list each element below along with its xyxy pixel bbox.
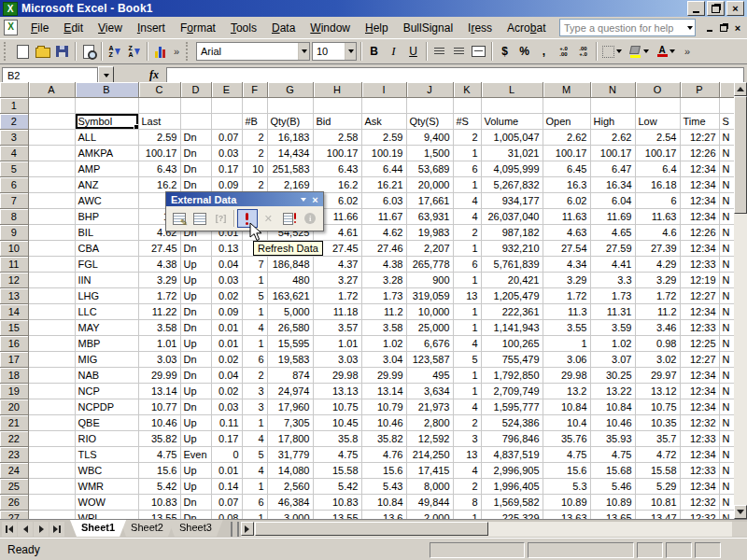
cell-N17[interactable]: 3.07 (590, 352, 635, 368)
cell-F22[interactable]: 4 (242, 431, 267, 447)
column-header-E[interactable]: E (211, 82, 242, 98)
cell-O4[interactable]: 100.17 (635, 146, 680, 161)
cell-E27[interactable]: 0.08 (211, 511, 242, 520)
cell-J16[interactable]: 6,676 (406, 336, 453, 352)
formatting-options-chevron[interactable]: » (681, 42, 694, 62)
horizontal-scroll-thumb[interactable] (255, 522, 488, 536)
cell-D3[interactable]: Dn (180, 130, 211, 146)
cell-B21[interactable]: QBE (75, 415, 138, 431)
italic-button[interactable]: I (384, 42, 403, 62)
cell-A23[interactable] (28, 447, 75, 463)
percent-button[interactable]: % (514, 42, 534, 62)
column-header-H[interactable]: H (313, 82, 361, 98)
scroll-right-button[interactable] (241, 522, 254, 536)
cell-A16[interactable] (28, 336, 75, 352)
column-header-G[interactable]: G (267, 82, 313, 98)
cell-J11[interactable]: 265,778 (406, 257, 453, 273)
cell-Q3[interactable]: N (719, 130, 734, 146)
cell-N20[interactable]: 10.84 (590, 399, 635, 415)
minimize-button[interactable] (687, 1, 705, 16)
cell-N23[interactable]: 4.75 (590, 447, 635, 463)
cell-A11[interactable] (28, 257, 75, 273)
cell-B1[interactable] (75, 98, 138, 114)
cell-E19[interactable]: 0.02 (211, 384, 242, 399)
cell-B14[interactable]: LLC (75, 304, 138, 320)
cell-O20[interactable]: 10.75 (635, 399, 680, 415)
cell-O19[interactable]: 13.12 (635, 384, 680, 399)
cell-C11[interactable]: 4.38 (138, 257, 180, 273)
cell-D18[interactable]: Dn (180, 368, 211, 384)
cell-M17[interactable]: 3.06 (543, 352, 590, 368)
cell-I25[interactable]: 5.43 (361, 479, 406, 495)
cell-P23[interactable]: 12:34 (680, 447, 719, 463)
cell-P20[interactable]: 12:34 (680, 399, 719, 415)
cell-O10[interactable]: 27.39 (635, 241, 680, 257)
row-header-23[interactable]: 23 (0, 447, 28, 463)
cell-D12[interactable]: Up (180, 273, 211, 288)
cell-J13[interactable]: 319,059 (406, 288, 453, 304)
cell-Q21[interactable]: N (719, 415, 734, 431)
cell-Q27[interactable]: N (719, 511, 734, 520)
cell-K9[interactable]: 2 (453, 225, 481, 241)
cell-H23[interactable]: 4.75 (313, 447, 361, 463)
borders-dropdown-icon[interactable] (614, 42, 625, 62)
cell-C26[interactable]: 10.83 (138, 495, 180, 511)
cell-M27[interactable]: 13.63 (543, 511, 590, 520)
cell-G12[interactable]: 480 (267, 273, 313, 288)
cell-A22[interactable] (28, 431, 75, 447)
cell-H18[interactable]: 29.98 (313, 368, 361, 384)
cell-M22[interactable]: 35.76 (543, 431, 590, 447)
cell-M14[interactable]: 11.3 (543, 304, 590, 320)
merge-center-button[interactable] (469, 42, 488, 62)
cell-A9[interactable] (28, 225, 75, 241)
cell-E20[interactable]: 0.03 (211, 399, 242, 415)
cell-N16[interactable]: 1.02 (590, 336, 635, 352)
menu-item-data[interactable]: Data (264, 19, 303, 37)
row-header-16[interactable]: 16 (0, 336, 28, 352)
cell-B8[interactable]: BHP (75, 209, 138, 225)
cell-P25[interactable]: 12:34 (680, 479, 719, 495)
cell-B24[interactable]: WBC (75, 463, 138, 479)
cell-D11[interactable]: Up (180, 257, 211, 273)
cell-F2[interactable]: #B (242, 114, 267, 130)
cell-Q6[interactable]: N (719, 177, 734, 193)
cell-K25[interactable]: 2 (453, 479, 481, 495)
cell-P4[interactable]: 12:26 (680, 146, 719, 161)
refresh-all-button[interactable] (279, 209, 299, 228)
cell-F16[interactable]: 1 (242, 336, 267, 352)
restore-button[interactable] (707, 1, 725, 16)
cell-N15[interactable]: 3.59 (590, 320, 635, 336)
cell-G16[interactable]: 15,595 (267, 336, 313, 352)
cell-C12[interactable]: 3.29 (138, 273, 180, 288)
row-header-8[interactable]: 8 (0, 209, 28, 225)
cell-F23[interactable]: 5 (242, 447, 267, 463)
cell-N10[interactable]: 27.59 (590, 241, 635, 257)
cell-J7[interactable]: 17,661 (406, 193, 453, 209)
cell-B6[interactable]: ANZ (75, 177, 138, 193)
cell-G24[interactable]: 14,080 (267, 463, 313, 479)
cell-J22[interactable]: 12,592 (406, 431, 453, 447)
cell-P10[interactable]: 12:34 (680, 241, 719, 257)
cell-P16[interactable]: 12:25 (680, 336, 719, 352)
cell-G17[interactable]: 19,583 (267, 352, 313, 368)
cell-P11[interactable]: 12:33 (680, 257, 719, 273)
cell-B15[interactable]: MAY (75, 320, 138, 336)
cell-Q4[interactable]: N (719, 146, 734, 161)
cell-I18[interactable]: 29.99 (361, 368, 406, 384)
row-header-2[interactable]: 2 (0, 114, 28, 130)
cell-C1[interactable] (138, 98, 180, 114)
cell-D4[interactable]: Dn (180, 146, 211, 161)
currency-button[interactable]: $ (495, 42, 514, 62)
cell-A21[interactable] (28, 415, 75, 431)
cell-K5[interactable]: 6 (453, 161, 481, 177)
cell-N11[interactable]: 4.41 (590, 257, 635, 273)
workbook-restore-button[interactable] (717, 21, 730, 34)
cell-N3[interactable]: 2.62 (590, 130, 635, 146)
cell-C16[interactable]: 1.01 (138, 336, 180, 352)
cell-H6[interactable]: 16.2 (313, 177, 361, 193)
cell-G27[interactable]: 3,000 (267, 511, 313, 520)
cell-A17[interactable] (28, 352, 75, 368)
cell-A19[interactable] (28, 384, 75, 399)
cell-Q24[interactable]: N (719, 463, 734, 479)
row-header-17[interactable]: 17 (0, 352, 28, 368)
